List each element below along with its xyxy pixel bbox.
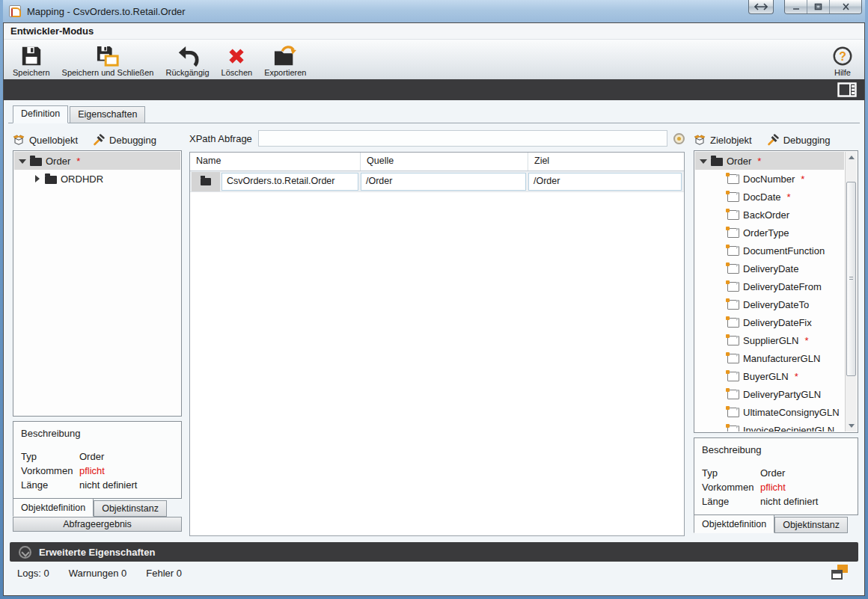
panel-layout-icon[interactable] — [837, 82, 857, 97]
log-window-icon[interactable] — [831, 565, 848, 580]
source-panel-title[interactable]: Quellobjekt — [29, 135, 78, 146]
tree-item[interactable]: Order * — [14, 152, 180, 170]
query-result-button[interactable]: Abfrageergebnis — [13, 517, 182, 532]
tree-item[interactable]: BuyerGLN * — [695, 367, 844, 385]
source-panel-header: Quellobjekt Debugging — [13, 129, 182, 150]
delete-button[interactable]: Löschen — [216, 41, 259, 79]
errors-count: Fehler 0 — [146, 568, 182, 579]
tree-item[interactable]: DocNumber * — [695, 170, 844, 188]
mapping-grid: Name Quelle Ziel CsvOrders.to.Retail.Ord… — [189, 152, 685, 536]
chevron-down-circle-icon — [19, 546, 31, 559]
mapping-grid-body: CsvOrders.to.Retail.Order /Order /Order — [190, 171, 684, 192]
undo-button[interactable]: Rückgängig — [159, 41, 215, 79]
mapping-target-cell[interactable]: /Order — [528, 173, 682, 191]
save-button[interactable]: Speichern — [7, 41, 56, 79]
tree-item-label: UltimateConsignyGLN — [743, 407, 840, 418]
scroll-up-icon[interactable] — [846, 152, 857, 163]
close-button[interactable] — [830, 0, 861, 13]
scroll-down-icon[interactable] — [846, 420, 857, 431]
tree-item[interactable]: ORDHDR — [14, 170, 180, 188]
expand-arrow-icon[interactable] — [715, 193, 722, 200]
save-and-close-button[interactable]: Speichern und Schließen — [56, 41, 160, 79]
xpath-run-icon[interactable] — [673, 133, 685, 144]
xpath-input[interactable] — [258, 130, 667, 147]
panel-tab[interactable]: Objektinstanz — [774, 517, 848, 533]
expand-arrow-icon[interactable] — [19, 157, 26, 165]
minimize-button[interactable] — [785, 0, 807, 13]
page-tab[interactable]: Definition — [13, 105, 68, 123]
app-icon — [9, 5, 21, 17]
tree-item[interactable]: SupplierGLN * — [695, 331, 844, 349]
box-icon — [13, 134, 25, 146]
expand-arrow-icon[interactable] — [715, 426, 722, 431]
panel-tab[interactable]: Objektdefinition — [694, 515, 774, 533]
page-tab[interactable]: Eigenschaften — [70, 106, 145, 123]
tree-item[interactable]: DocumentFunction — [695, 242, 844, 259]
mapping-table-row[interactable]: CsvOrders.to.Retail.Order /Order /Order — [190, 171, 684, 192]
source-description-box: Beschreibung Typ Order Vorkommen pflicht… — [13, 421, 182, 499]
title-bar[interactable]: Mapping - CsvOrders.to.Retail.Order — [3, 0, 865, 22]
required-marker: * — [76, 156, 80, 167]
expand-arrow-icon[interactable] — [715, 175, 722, 182]
expand-arrow-icon[interactable] — [715, 354, 722, 362]
tree-item[interactable]: ManufacturerGLN — [695, 349, 844, 367]
expand-arrow-icon[interactable] — [700, 157, 707, 165]
expand-arrow-icon[interactable] — [715, 319, 722, 326]
tree-item-label: DeliveryDateFix — [743, 317, 812, 328]
advanced-properties-expander[interactable]: Erweiterte Eigenschaften — [10, 542, 858, 562]
tree-item[interactable]: BackOrder — [695, 206, 844, 224]
export-button[interactable]: Exportieren — [258, 41, 312, 79]
tree-item[interactable]: InvoiceRecipientGLN — [695, 421, 844, 431]
tree-item[interactable]: OrderType — [695, 224, 844, 242]
column-header-name[interactable]: Name — [190, 153, 361, 171]
target-panel-title[interactable]: Zielobjekt — [710, 135, 752, 146]
node-type-icon — [727, 210, 739, 220]
scrollbar-thumb[interactable] — [846, 182, 856, 376]
tree-item[interactable]: DeliveryDate — [695, 259, 844, 277]
mapping-source-cell[interactable]: /Order — [361, 173, 526, 191]
tree-item-label: BuyerGLN — [743, 371, 789, 382]
expand-arrow-icon[interactable] — [715, 390, 722, 398]
panel-tab[interactable]: Objektdefinition — [13, 499, 94, 517]
tree-item[interactable]: Order * — [695, 152, 844, 170]
node-type-icon — [727, 174, 739, 184]
expand-arrow-icon[interactable] — [715, 283, 722, 290]
minimize-icon — [792, 4, 800, 10]
help-button[interactable]: ? Hilfe — [825, 41, 860, 79]
tree-item-label: DeliveryDateTo — [743, 299, 809, 310]
tree-item[interactable]: DeliveryDateFrom — [695, 277, 844, 295]
tree-item[interactable]: UltimateConsignyGLN — [695, 403, 844, 421]
tree-item[interactable]: DeliveryDateFix — [695, 313, 844, 331]
tree-item-label: DeliveryDateFrom — [743, 281, 822, 292]
target-tree-scrollbar[interactable] — [845, 152, 857, 431]
tree-item[interactable]: DeliveryPartyGLN — [695, 385, 844, 403]
column-header-source[interactable]: Quelle — [361, 153, 528, 171]
expand-arrow-icon[interactable] — [715, 408, 722, 416]
panel-tab[interactable]: Objektinstanz — [94, 500, 167, 517]
tree-item-label: Order — [46, 156, 70, 167]
tab-page: Definition Eigenschaften Quellobjekt — [4, 100, 864, 595]
tree-item[interactable]: DocDate * — [695, 188, 844, 206]
source-description-rows: Typ Order Vorkommen pflicht Länge nicht … — [21, 451, 174, 494]
node-type-icon — [727, 372, 739, 381]
tree-item-label: ManufacturerGLN — [743, 353, 820, 364]
double-arrow-icon — [754, 3, 768, 10]
maximize-button[interactable] — [807, 0, 830, 13]
expand-arrow-icon[interactable] — [715, 265, 722, 272]
expand-arrow-icon[interactable] — [715, 337, 722, 344]
source-debugging-link[interactable]: Debugging — [109, 135, 156, 146]
tree-item[interactable]: DeliveryDateTo — [695, 295, 844, 313]
node-type-icon — [727, 246, 739, 256]
expand-arrow-icon[interactable] — [715, 229, 722, 236]
expand-arrow-icon[interactable] — [715, 301, 722, 308]
dock-toggle-button[interactable] — [748, 0, 774, 14]
expand-arrow-icon[interactable] — [34, 175, 41, 182]
mapping-name-cell[interactable]: CsvOrders.to.Retail.Order — [221, 173, 358, 191]
column-header-target[interactable]: Ziel — [528, 153, 684, 171]
node-type-icon — [727, 426, 739, 432]
target-debugging-link[interactable]: Debugging — [783, 135, 831, 146]
expand-arrow-icon[interactable] — [715, 211, 722, 218]
panel-tab-label: Objektinstanz — [783, 520, 840, 530]
expand-arrow-icon[interactable] — [715, 372, 722, 380]
expand-arrow-icon[interactable] — [715, 247, 722, 254]
